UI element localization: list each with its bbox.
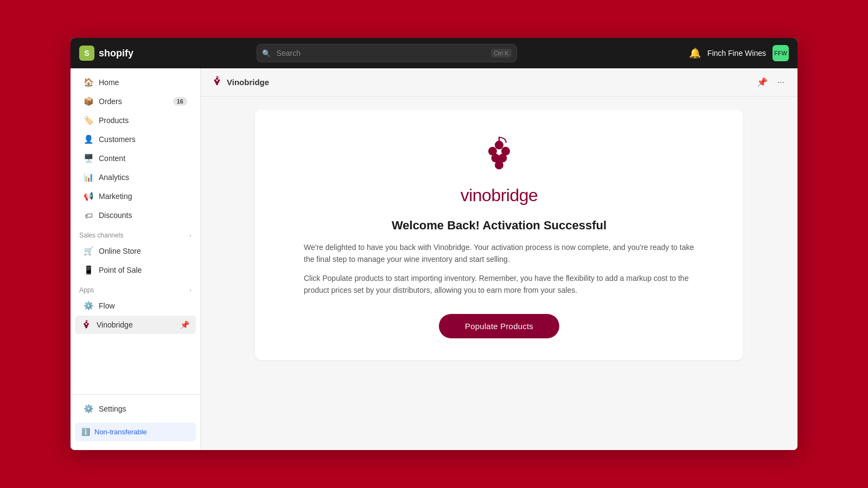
sidebar-item-flow[interactable]: ⚙️ Flow <box>75 297 196 315</box>
main-layout: 🏠 Home 📦 Orders 16 🏷️ Products <box>71 68 797 450</box>
sales-channels-section[interactable]: Sales channels › <box>71 225 200 241</box>
non-transferable-banner: ℹ️ Non-transferable <box>75 422 196 441</box>
sidebar-label-marketing: Marketing <box>99 192 132 201</box>
svg-point-14 <box>495 141 503 150</box>
search-input[interactable] <box>257 44 517 62</box>
sidebar-label-flow: Flow <box>99 301 115 310</box>
discounts-icon: 🏷 <box>84 210 93 220</box>
sidebar-item-settings[interactable]: ⚙️ Settings <box>75 400 196 418</box>
vinobridge-logo-text: vinobridge <box>277 185 722 206</box>
sidebar-item-analytics[interactable]: 📊 Analytics <box>75 168 196 187</box>
pin-button[interactable]: 📌 <box>755 75 770 89</box>
analytics-icon: 📊 <box>84 172 93 182</box>
apps-chevron: › <box>189 287 192 293</box>
sidebar-label-content: Content <box>99 154 125 163</box>
sidebar-bottom: ⚙️ Settings ℹ️ Non-transferable <box>71 394 200 450</box>
non-transferable-label: Non-transferable <box>94 428 147 436</box>
sidebar-label-vinobridge: Vinobridge <box>97 320 133 329</box>
info-icon: ℹ️ <box>81 428 90 436</box>
sidebar: 🏠 Home 📦 Orders 16 🏷️ Products <box>71 68 201 450</box>
apps-section[interactable]: Apps › <box>71 280 200 296</box>
sidebar-item-orders[interactable]: 📦 Orders 16 <box>75 92 196 111</box>
topbar-right: 🔔 Finch Fine Wines FFW <box>689 45 789 61</box>
vino-pin-icon: 📌 <box>180 320 189 329</box>
shopify-logo: S shopify <box>79 46 166 61</box>
svg-point-5 <box>85 326 87 329</box>
vino-logo-area: vinobridge <box>277 136 722 206</box>
sidebar-label-pos: Point of Sale <box>99 266 142 274</box>
populate-products-button[interactable]: Populate Products <box>439 314 559 338</box>
sidebar-label-discounts: Discounts <box>99 211 132 220</box>
sidebar-label-home: Home <box>99 78 119 87</box>
sales-channels-chevron: › <box>189 232 192 239</box>
pos-icon: 📱 <box>84 265 93 275</box>
topbar: S shopify 🔍 Ctrl K 🔔 Finch Fine Wines FF… <box>71 38 797 68</box>
sidebar-label-orders: Orders <box>99 97 122 106</box>
content-body: vinobridge Welcome Back! Activation Succ… <box>201 97 797 450</box>
home-icon: 🏠 <box>84 78 93 87</box>
card-title: Welcome Back! Activation Successful <box>277 219 722 233</box>
store-avatar: FFW <box>773 45 789 61</box>
shopify-logo-text: shopify <box>99 48 133 59</box>
flow-icon: ⚙️ <box>84 301 93 311</box>
content-header-title: Vinobridge <box>212 76 749 88</box>
card-paragraph1: We're delighted to have you back with Vi… <box>304 241 694 266</box>
sidebar-item-customers[interactable]: 👤 Customers <box>75 130 196 149</box>
more-button[interactable]: ··· <box>775 75 787 89</box>
apps-label: Apps <box>79 286 94 294</box>
shopify-logo-icon: S <box>79 46 94 61</box>
sidebar-label-analytics: Analytics <box>99 173 129 182</box>
svg-point-12 <box>216 83 218 85</box>
sidebar-label-online-store: Online Store <box>99 247 141 255</box>
products-icon: 🏷️ <box>84 115 93 125</box>
sidebar-item-home[interactable]: 🏠 Home <box>75 73 196 92</box>
activation-card: vinobridge Welcome Back! Activation Succ… <box>255 110 743 360</box>
content-area: Vinobridge 📌 ··· <box>201 68 797 450</box>
search-shortcut: Ctrl K <box>491 49 512 57</box>
settings-icon: ⚙️ <box>84 404 93 414</box>
content-title-text: Vinobridge <box>227 78 269 87</box>
sidebar-item-content[interactable]: 🖥️ Content <box>75 149 196 168</box>
content-header: Vinobridge 📌 ··· <box>201 68 797 97</box>
search-icon: 🔍 <box>262 49 271 57</box>
sidebar-item-products[interactable]: 🏷️ Products <box>75 111 196 130</box>
content-header-grape-icon <box>212 76 222 88</box>
svg-point-19 <box>495 160 503 169</box>
vinobridge-sidebar-icon <box>81 320 91 330</box>
orders-badge: 16 <box>173 97 187 106</box>
orders-icon: 📦 <box>84 97 93 106</box>
sidebar-nav: 🏠 Home 📦 Orders 16 🏷️ Products <box>71 68 200 394</box>
sidebar-item-point-of-sale[interactable]: 📱 Point of Sale <box>75 261 196 279</box>
sales-channels-label: Sales channels <box>79 232 123 239</box>
content-header-actions: 📌 ··· <box>755 75 787 89</box>
sidebar-label-customers: Customers <box>99 135 136 144</box>
card-paragraph2: Click Populate products to start importi… <box>304 272 694 297</box>
sidebar-item-marketing[interactable]: 📢 Marketing <box>75 187 196 206</box>
sidebar-label-settings: Settings <box>99 404 126 413</box>
sidebar-label-products: Products <box>99 116 129 125</box>
svg-point-7 <box>216 78 218 80</box>
customers-icon: 👤 <box>84 134 93 144</box>
sidebar-item-discounts[interactable]: 🏷 Discounts <box>75 206 196 224</box>
marketing-icon: 📢 <box>84 191 93 201</box>
search-bar[interactable]: 🔍 Ctrl K <box>257 44 517 62</box>
online-store-icon: 🛒 <box>84 246 93 256</box>
svg-point-0 <box>85 322 87 324</box>
sidebar-item-vinobridge[interactable]: Vinobridge 📌 <box>75 316 196 334</box>
store-name: Finch Fine Wines <box>707 49 766 57</box>
bell-icon[interactable]: 🔔 <box>689 47 701 59</box>
content-icon: 🖥️ <box>84 153 93 163</box>
sidebar-item-online-store[interactable]: 🛒 Online Store <box>75 242 196 260</box>
vinobridge-logo-grape <box>477 136 521 179</box>
